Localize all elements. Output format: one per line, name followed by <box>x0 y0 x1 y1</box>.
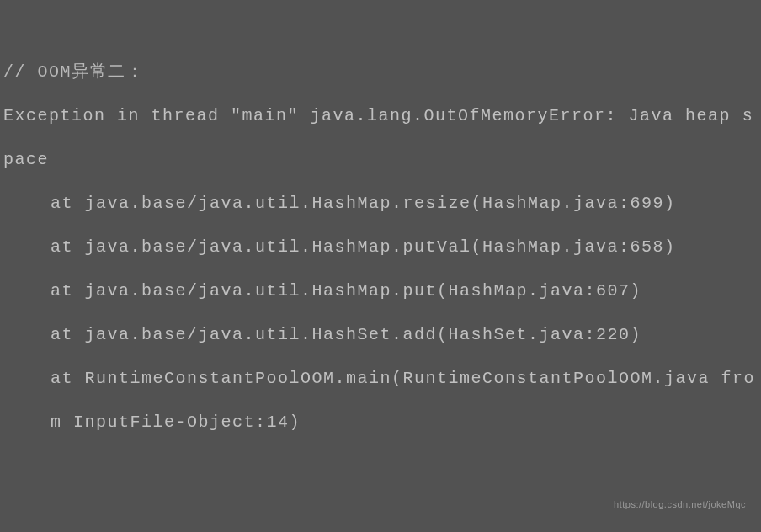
stack-trace-line: at java.base/java.util.HashMap.put(HashM… <box>3 269 758 313</box>
stack-trace-line: at java.base/java.util.HashMap.putVal(Ha… <box>3 226 758 269</box>
stack-trace-line: at java.base/java.util.HashMap.resize(Ha… <box>3 182 758 226</box>
comment-line: // OOM异常二： <box>3 51 758 94</box>
exception-line: Exception in thread "main" java.lang.Out… <box>3 94 758 182</box>
stack-trace-line: at java.base/java.util.HashSet.add(HashS… <box>3 313 758 357</box>
watermark-text: https://blog.csdn.net/jokeMqc <box>614 492 746 517</box>
code-block: // OOM异常二：Exception in thread "main" jav… <box>3 7 758 488</box>
stack-trace-line: at RuntimeConstantPoolOOM.main(RuntimeCo… <box>3 357 758 444</box>
